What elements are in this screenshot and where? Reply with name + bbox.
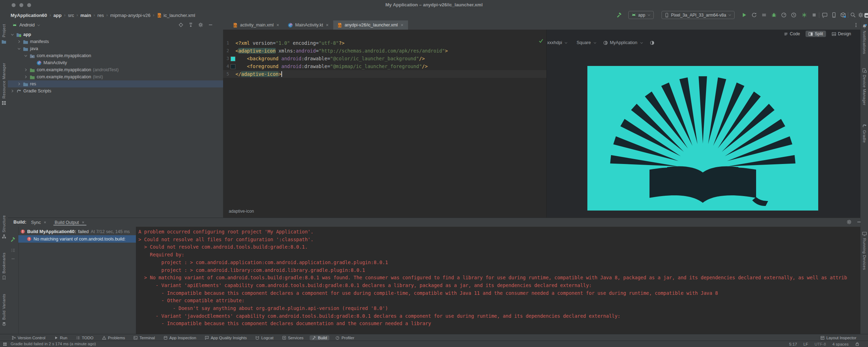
device-chooser[interactable]: Pixel_3a_API_33_arm64-v8a xyxy=(662,11,735,19)
tool-window-button-problems[interactable]: Problems xyxy=(100,335,128,340)
profiler-low-overhead-button[interactable] xyxy=(801,12,807,18)
close-tab-icon[interactable] xyxy=(276,23,280,27)
tool-window-button-terminal[interactable]: Terminal xyxy=(131,335,157,340)
status-widget-5-17[interactable]: 5:17 xyxy=(789,342,797,346)
editor-tab-anydpi-v26-ic-launcher-xml[interactable]: anydpi-v26/ic_launcher.xml xyxy=(333,20,408,30)
build-hammer-button[interactable] xyxy=(616,12,622,18)
tree-item-com-example-myapplication[interactable]: com.example.myapplication (test) xyxy=(8,73,223,80)
run-configuration-chooser[interactable]: app xyxy=(628,11,654,19)
tool-window-button-run[interactable]: Run xyxy=(52,335,70,340)
stripe-button-build-variants[interactable]: Build Variants xyxy=(0,294,8,326)
tree-item-com-example-myapplication[interactable]: com.example.myapplication xyxy=(8,52,223,59)
window-zoom-button[interactable] xyxy=(27,3,31,7)
build-filter-icon[interactable] xyxy=(11,248,16,253)
window-minimize-button[interactable] xyxy=(19,3,23,7)
drawable-preview-gutter-icon[interactable] xyxy=(231,64,235,69)
tool-window-switcher-icon[interactable] xyxy=(3,342,7,346)
more-actions-button[interactable] xyxy=(864,12,868,18)
device-manager-button[interactable] xyxy=(831,12,837,18)
stripe-button-project[interactable]: Project xyxy=(0,24,8,44)
breadcrumb-item[interactable]: mipmap-anydpi-v26 xyxy=(110,13,150,18)
tree-item-Gradle Scripts[interactable]: Gradle Scripts xyxy=(8,87,223,95)
status-widget-lf[interactable]: LF xyxy=(803,342,808,346)
tree-item-com-example-myapplication[interactable]: com.example.myapplication (androidTest) xyxy=(8,66,223,73)
device-mirroring-button[interactable] xyxy=(822,12,828,18)
view-mode-code[interactable]: Code xyxy=(781,31,803,37)
tool-window-button-logcat[interactable]: Logcat xyxy=(253,335,276,340)
shape-selector[interactable]: Square xyxy=(576,40,591,45)
tree-collapsed-chevron[interactable] xyxy=(17,39,21,44)
build-event-row[interactable]: Build MyApplication60:failedAt 7/12 sec,… xyxy=(18,228,138,235)
code-line-3[interactable]: 3 <background android:drawable="@color/i… xyxy=(223,55,546,62)
breadcrumb-item[interactable]: main xyxy=(80,13,91,18)
code-editor[interactable]: 1<?xml version="1.0" encoding="utf-8"?>2… xyxy=(223,30,546,218)
stripe-button-notifications[interactable]: Notifications xyxy=(861,24,868,54)
tree-collapsed-chevron[interactable] xyxy=(17,82,21,86)
rerun-build-icon[interactable] xyxy=(10,237,16,242)
build-event-row[interactable]: No matching variant of com.android.tools… xyxy=(18,235,144,243)
tree-item-MainActivity[interactable]: C MainActivity xyxy=(8,59,223,66)
tab-options-icon[interactable] xyxy=(854,23,858,28)
tree-item-java[interactable]: java xyxy=(8,45,223,52)
panel-settings-button[interactable] xyxy=(198,22,204,28)
split-divider[interactable] xyxy=(546,30,547,218)
breadcrumb-item[interactable]: app xyxy=(53,13,61,18)
tree-collapsed-chevron[interactable] xyxy=(24,68,28,72)
collapse-events-icon[interactable] xyxy=(11,256,16,261)
editor-tab-mainactivity-kt[interactable]: C MainActivity.kt xyxy=(284,20,333,30)
code-line-1[interactable]: 1<?xml version="1.0" encoding="utf-8"?> xyxy=(223,39,546,47)
tree-item-app[interactable]: app xyxy=(8,31,223,38)
breadcrumb-item[interactable]: MyApplication60 xyxy=(11,13,47,18)
tool-window-button-app-quality-insights[interactable]: App Quality Insights xyxy=(202,335,249,340)
tool-window-button-layout-inspector[interactable]: Layout Inspector xyxy=(818,335,859,340)
tool-window-button-todo[interactable]: TODO xyxy=(73,335,96,340)
breadcrumb-item[interactable]: res xyxy=(97,13,104,18)
build-tab-sync[interactable]: Sync xyxy=(31,220,47,225)
search-everywhere-button[interactable] xyxy=(850,12,856,18)
tool-window-button-app-inspection[interactable]: App Inspection xyxy=(161,335,199,340)
status-widget-4-spaces[interactable]: 4 spaces xyxy=(832,342,849,346)
stripe-button-gradle[interactable]: Gradle xyxy=(861,123,868,143)
lock-icon[interactable] xyxy=(855,342,860,346)
hide-build-panel-button[interactable] xyxy=(856,219,862,225)
close-tab-icon[interactable] xyxy=(400,23,404,27)
tool-window-button-services[interactable]: Services xyxy=(280,335,306,340)
run-button[interactable] xyxy=(741,12,747,18)
tool-window-button-version-control[interactable]: Version Control xyxy=(9,335,48,340)
tree-expanded-chevron[interactable] xyxy=(10,32,14,37)
window-close-button[interactable] xyxy=(12,3,16,7)
layer-visibility-icon[interactable] xyxy=(650,41,654,45)
view-mode-design[interactable]: Design xyxy=(829,31,854,37)
xml-breadcrumb[interactable]: adaptive-icon xyxy=(229,209,254,214)
tool-window-button-profiler[interactable]: Profiler xyxy=(333,335,357,340)
build-tab-build-output[interactable]: Build Output xyxy=(55,220,85,225)
apply-changes-button[interactable] xyxy=(751,12,757,18)
view-mode-split[interactable]: Split xyxy=(806,31,826,37)
stop-button[interactable] xyxy=(811,12,817,18)
close-icon[interactable] xyxy=(81,220,85,224)
code-line-2[interactable]: 2<adaptive-icon xmlns:android="http://sc… xyxy=(223,47,546,55)
build-console[interactable]: A problem occurred configuring root proj… xyxy=(136,227,860,334)
status-message[interactable]: Gradle build failed in 2 s 174 ms (a min… xyxy=(11,342,96,346)
project-view-selector[interactable]: Android xyxy=(12,20,41,30)
apply-code-changes-button[interactable] xyxy=(761,12,767,18)
virtual-device-button[interactable] xyxy=(840,12,846,18)
stripe-button-resource-manager[interactable]: Resource Manager xyxy=(0,63,8,105)
tree-item-manifests[interactable]: manifests xyxy=(8,38,223,45)
breadcrumb-item[interactable]: ic_launcher.xml xyxy=(163,13,195,18)
status-widget-utf-8[interactable]: UTF-8 xyxy=(814,342,826,346)
tree-collapsed-chevron[interactable] xyxy=(24,75,28,79)
editor-tab-activity-main-xml[interactable]: activity_main.xml xyxy=(229,20,284,30)
settings-gear-button[interactable] xyxy=(858,12,864,18)
attach-profiler-button[interactable] xyxy=(791,12,797,18)
inspections-check-icon[interactable] xyxy=(538,38,544,43)
hide-panel-button[interactable] xyxy=(208,22,214,28)
build-settings-button[interactable] xyxy=(846,219,852,225)
debug-button[interactable] xyxy=(771,12,777,18)
tree-item-res[interactable]: res xyxy=(8,80,223,87)
close-icon[interactable] xyxy=(43,220,47,224)
density-selector[interactable]: xxxhdpi xyxy=(547,40,562,45)
tree-expanded-chevron[interactable] xyxy=(17,47,21,51)
breadcrumb-item[interactable]: src xyxy=(68,13,74,18)
profile-button[interactable] xyxy=(781,12,787,18)
